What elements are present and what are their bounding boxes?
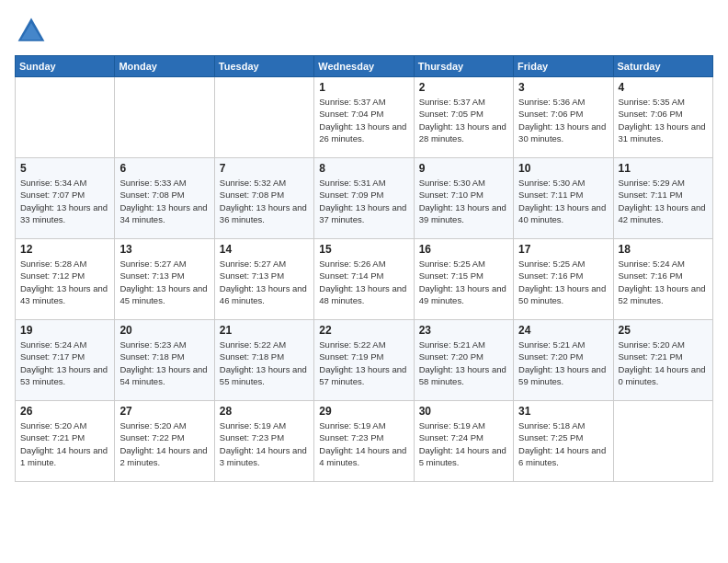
day-info: Sunrise: 5:37 AMSunset: 7:05 PMDaylight:… [419,96,508,144]
calendar-cell: 10Sunrise: 5:30 AMSunset: 7:11 PMDayligh… [514,158,613,239]
day-info: Sunrise: 5:35 AMSunset: 7:06 PMDaylight:… [619,96,708,144]
day-header-friday: Friday [514,56,613,77]
day-info: Sunrise: 5:33 AMSunset: 7:08 PMDaylight:… [119,177,209,225]
day-header-saturday: Saturday [613,56,712,77]
day-number: 12 [20,243,109,256]
calendar-cell: 25Sunrise: 5:20 AMSunset: 7:21 PMDayligh… [613,320,712,401]
day-number: 15 [319,243,408,256]
day-header-wednesday: Wednesday [314,56,414,77]
day-header-monday: Monday [115,56,214,77]
day-info: Sunrise: 5:25 AMSunset: 7:15 PMDaylight:… [419,258,508,306]
day-number: 3 [518,81,608,94]
day-number: 26 [20,405,109,418]
calendar-cell: 21Sunrise: 5:22 AMSunset: 7:18 PMDayligh… [214,320,313,401]
day-number: 7 [220,162,309,175]
day-info: Sunrise: 5:22 AMSunset: 7:19 PMDaylight:… [319,339,408,387]
day-number: 11 [619,162,708,175]
day-info: Sunrise: 5:24 AMSunset: 7:17 PMDaylight:… [20,339,109,387]
day-number: 17 [518,243,608,256]
calendar-cell: 22Sunrise: 5:22 AMSunset: 7:19 PMDayligh… [314,320,414,401]
day-info: Sunrise: 5:37 AMSunset: 7:04 PMDaylight:… [319,96,408,144]
calendar-cell: 23Sunrise: 5:21 AMSunset: 7:20 PMDayligh… [414,320,513,401]
day-info: Sunrise: 5:18 AMSunset: 7:25 PMDaylight:… [518,419,608,468]
day-number: 1 [319,81,408,94]
day-number: 31 [518,405,608,418]
day-info: Sunrise: 5:29 AMSunset: 7:11 PMDaylight:… [619,177,708,225]
day-header-tuesday: Tuesday [214,56,313,77]
day-number: 14 [220,243,309,256]
day-header-sunday: Sunday [16,56,115,77]
calendar-cell: 30Sunrise: 5:19 AMSunset: 7:24 PMDayligh… [414,401,513,482]
calendar-cell: 19Sunrise: 5:24 AMSunset: 7:17 PMDayligh… [16,320,115,401]
day-number: 19 [20,324,109,337]
calendar-cell [214,77,313,158]
day-info: Sunrise: 5:30 AMSunset: 7:10 PMDaylight:… [419,177,508,225]
header-row: SundayMondayTuesdayWednesdayThursdayFrid… [16,56,713,77]
calendar-cell: 7Sunrise: 5:32 AMSunset: 7:08 PMDaylight… [214,158,313,239]
day-number: 16 [419,243,508,256]
calendar-cell: 17Sunrise: 5:25 AMSunset: 7:16 PMDayligh… [514,239,613,320]
day-info: Sunrise: 5:21 AMSunset: 7:20 PMDaylight:… [518,339,608,387]
day-info: Sunrise: 5:32 AMSunset: 7:08 PMDaylight:… [220,177,309,225]
day-number: 13 [119,243,209,256]
day-info: Sunrise: 5:31 AMSunset: 7:09 PMDaylight:… [319,177,408,225]
day-info: Sunrise: 5:27 AMSunset: 7:13 PMDaylight:… [119,258,209,306]
calendar-cell: 24Sunrise: 5:21 AMSunset: 7:20 PMDayligh… [514,320,613,401]
day-number: 20 [119,324,209,337]
day-info: Sunrise: 5:34 AMSunset: 7:07 PMDaylight:… [20,177,109,225]
day-number: 10 [518,162,608,175]
day-info: Sunrise: 5:25 AMSunset: 7:16 PMDaylight:… [518,258,608,306]
day-number: 29 [319,405,408,418]
calendar-cell: 8Sunrise: 5:31 AMSunset: 7:09 PMDaylight… [314,158,414,239]
day-number: 6 [119,162,209,175]
calendar-cell: 31Sunrise: 5:18 AMSunset: 7:25 PMDayligh… [514,401,613,482]
day-number: 4 [619,81,708,94]
logo-icon [15,15,48,48]
calendar-cell: 4Sunrise: 5:35 AMSunset: 7:06 PMDaylight… [613,77,712,158]
day-number: 27 [119,405,209,418]
day-info: Sunrise: 5:21 AMSunset: 7:20 PMDaylight:… [419,339,508,387]
calendar-cell: 18Sunrise: 5:24 AMSunset: 7:16 PMDayligh… [613,239,712,320]
calendar-cell: 29Sunrise: 5:19 AMSunset: 7:23 PMDayligh… [314,401,414,482]
calendar-cell: 3Sunrise: 5:36 AMSunset: 7:06 PMDaylight… [514,77,613,158]
calendar-cell: 1Sunrise: 5:37 AMSunset: 7:04 PMDaylight… [314,77,414,158]
day-number: 9 [419,162,508,175]
day-info: Sunrise: 5:19 AMSunset: 7:23 PMDaylight:… [319,419,408,468]
calendar-cell: 2Sunrise: 5:37 AMSunset: 7:05 PMDaylight… [414,77,513,158]
logo [15,15,53,48]
day-info: Sunrise: 5:19 AMSunset: 7:23 PMDaylight:… [220,419,309,468]
day-info: Sunrise: 5:20 AMSunset: 7:22 PMDaylight:… [119,419,209,468]
day-info: Sunrise: 5:28 AMSunset: 7:12 PMDaylight:… [20,258,109,306]
day-number: 28 [220,405,309,418]
calendar-cell: 9Sunrise: 5:30 AMSunset: 7:10 PMDaylight… [414,158,513,239]
calendar-cell: 5Sunrise: 5:34 AMSunset: 7:07 PMDaylight… [16,158,115,239]
day-info: Sunrise: 5:22 AMSunset: 7:18 PMDaylight:… [220,339,309,387]
day-info: Sunrise: 5:27 AMSunset: 7:13 PMDaylight:… [220,258,309,306]
day-number: 21 [220,324,309,337]
day-info: Sunrise: 5:36 AMSunset: 7:06 PMDaylight:… [518,96,608,144]
calendar-cell: 13Sunrise: 5:27 AMSunset: 7:13 PMDayligh… [115,239,214,320]
calendar-table: SundayMondayTuesdayWednesdayThursdayFrid… [15,55,713,482]
calendar-cell [613,401,712,482]
calendar-cell: 15Sunrise: 5:26 AMSunset: 7:14 PMDayligh… [314,239,414,320]
day-info: Sunrise: 5:20 AMSunset: 7:21 PMDaylight:… [619,339,708,387]
day-number: 18 [619,243,708,256]
calendar-cell [115,77,214,158]
page-header [15,15,713,48]
day-header-thursday: Thursday [414,56,513,77]
day-info: Sunrise: 5:19 AMSunset: 7:24 PMDaylight:… [419,419,508,468]
day-number: 24 [518,324,608,337]
day-number: 23 [419,324,508,337]
day-number: 8 [319,162,408,175]
day-info: Sunrise: 5:23 AMSunset: 7:18 PMDaylight:… [119,339,209,387]
calendar-cell: 16Sunrise: 5:25 AMSunset: 7:15 PMDayligh… [414,239,513,320]
calendar-cell: 26Sunrise: 5:20 AMSunset: 7:21 PMDayligh… [16,401,115,482]
calendar-cell: 27Sunrise: 5:20 AMSunset: 7:22 PMDayligh… [115,401,214,482]
calendar-cell: 20Sunrise: 5:23 AMSunset: 7:18 PMDayligh… [115,320,214,401]
calendar-cell: 12Sunrise: 5:28 AMSunset: 7:12 PMDayligh… [16,239,115,320]
day-info: Sunrise: 5:30 AMSunset: 7:11 PMDaylight:… [518,177,608,225]
calendar-cell: 28Sunrise: 5:19 AMSunset: 7:23 PMDayligh… [214,401,313,482]
day-number: 5 [20,162,109,175]
day-number: 25 [619,324,708,337]
day-number: 2 [419,81,508,94]
